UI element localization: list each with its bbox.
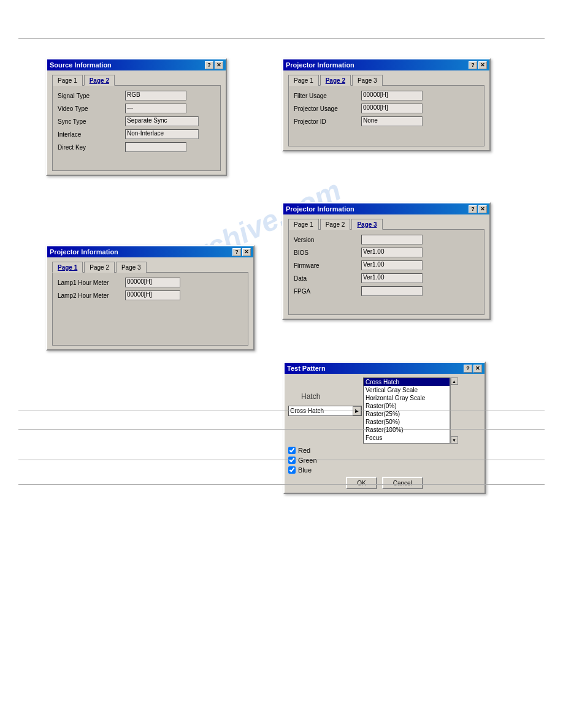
data-label: Data [294, 275, 361, 282]
green-checkbox[interactable] [288, 457, 296, 464]
direct-key-row: Direct Key [58, 142, 215, 152]
listbox-item-vertical-gray[interactable]: Vertical Gray Scale [364, 386, 450, 394]
green-label: Green [298, 457, 317, 464]
projector-info-p3-close-btn[interactable]: ✕ [478, 205, 487, 213]
video-type-value: --- [125, 104, 186, 113]
firmware-row: Firmware Ver1.00 [294, 260, 479, 270]
projector-info-p2-close-btn[interactable]: ✕ [478, 61, 487, 69]
interlace-label: Interlace [58, 131, 125, 138]
projector-info-p3-panel: Version BIOS Ver1.00 Firmware Ver1.00 Da… [288, 229, 484, 315]
projector-info-p3-title: Projector Information [286, 205, 354, 213]
projector-info-p2-help-btn[interactable]: ? [469, 61, 477, 69]
projector-id-label: Projector ID [294, 118, 361, 125]
test-pattern-close-btn[interactable]: ✕ [473, 365, 482, 373]
projector-info-p1-dialog: Projector Information ? ✕ Page 1 Page 2 … [46, 245, 255, 351]
source-info-panel: Signal Type RGB Video Type --- Sync Type… [52, 85, 221, 171]
interlace-value: Non-Interlace [125, 129, 199, 139]
listbox-item-focus[interactable]: Focus [364, 434, 450, 442]
projector-info-p2-controls: ? ✕ [469, 61, 487, 69]
filter-usage-value: 00000[H] [361, 91, 423, 100]
projector-info-p3-dialog: Projector Information ? ✕ Page 1 Page 2 … [282, 202, 491, 320]
fpga-row: FPGA [294, 286, 479, 296]
source-info-dialog: Source Information ? ✕ Page 1 Page 2 Sig… [46, 58, 227, 176]
projector-info-p3-content: Page 1 Page 2 Page 3 Version BIOS Ver1.0… [283, 214, 489, 319]
red-label: Red [298, 447, 310, 454]
fpga-value [361, 286, 423, 296]
top-divider [18, 38, 545, 39]
red-checkbox-row: Red [288, 447, 481, 454]
listbox-item-raster50[interactable]: Raster(50%) [364, 418, 450, 426]
source-info-content: Page 1 Page 2 Signal Type RGB Video Type… [47, 70, 226, 175]
projector-info-p3-controls: ? ✕ [469, 205, 487, 213]
test-pattern-title: Test Pattern [287, 365, 326, 372]
projector-info-p1-panel: Lamp1 Hour Meter 00000[H] Lamp2 Hour Met… [52, 272, 248, 346]
red-checkbox[interactable] [288, 447, 296, 454]
video-type-label: Video Type [58, 105, 125, 112]
listbox-item-horizontal-gray[interactable]: Horizontal Gray Scale [364, 394, 450, 402]
projector-info-p1-close-btn[interactable]: ✕ [242, 248, 251, 256]
data-row: Data Ver1.00 [294, 273, 479, 283]
projector-info-p2-title: Projector Information [286, 61, 354, 69]
projector-id-row: Projector ID None [294, 116, 479, 126]
listbox-item-raster0[interactable]: Raster(0%) [364, 402, 450, 410]
firmware-label: Firmware [294, 262, 361, 269]
source-info-close-btn[interactable]: ✕ [215, 61, 223, 69]
proj-p2-tab-page2[interactable]: Page 2 [320, 75, 351, 86]
projector-usage-label: Projector Usage [294, 105, 361, 112]
proj-p3-tab-page3[interactable]: Page 3 [351, 219, 382, 230]
projector-info-p1-tabs: Page 1 Page 2 Page 3 [52, 261, 248, 272]
signal-type-value: RGB [125, 91, 186, 100]
direct-key-value [125, 142, 186, 152]
proj-p3-tab-page1[interactable]: Page 1 [288, 219, 319, 230]
projector-info-p3-tabs: Page 1 Page 2 Page 3 [288, 218, 484, 229]
blue-checkbox-row: Blue [288, 466, 481, 474]
proj-p2-tab-page1[interactable]: Page 1 [288, 75, 319, 86]
source-info-tabs: Page 1 Page 2 [52, 74, 221, 85]
lamp2-hour-label: Lamp2 Hour Meter [58, 292, 125, 299]
scrollbar-down[interactable]: ▼ [451, 436, 458, 444]
source-info-tab-page1[interactable]: Page 1 [52, 75, 83, 86]
data-value: Ver1.00 [361, 273, 423, 283]
source-info-controls: ? ✕ [205, 61, 223, 69]
source-info-help-btn[interactable]: ? [205, 61, 213, 69]
projector-info-p2-titlebar: Projector Information ? ✕ [283, 59, 489, 70]
projector-info-p1-help-btn[interactable]: ? [232, 248, 241, 256]
listbox-item-cross-hatch[interactable]: Cross Hatch [364, 378, 450, 386]
source-info-titlebar: Source Information ? ✕ [47, 59, 226, 70]
proj-p1-tab-page1[interactable]: Page 1 [52, 262, 83, 273]
source-info-tab-page2[interactable]: Page 2 [84, 75, 115, 86]
proj-p1-tab-page3[interactable]: Page 3 [116, 262, 147, 273]
signal-type-label: Signal Type [58, 93, 125, 99]
green-checkbox-row: Green [288, 457, 481, 464]
projector-info-p2-dialog: Projector Information ? ✕ Page 1 Page 2 … [282, 58, 491, 151]
test-pattern-titlebar: Test Pattern ? ✕ [285, 363, 484, 374]
ok-button[interactable]: OK [346, 477, 377, 489]
scrollbar-up[interactable]: ▲ [451, 377, 458, 385]
bios-label: BIOS [294, 249, 361, 256]
blue-checkbox[interactable] [288, 466, 296, 474]
source-info-title: Source Information [50, 61, 112, 69]
projector-usage-row: Projector Usage 00000[H] [294, 104, 479, 113]
lamp1-hour-value: 00000[H] [125, 278, 180, 287]
proj-p3-tab-page2[interactable]: Page 2 [320, 219, 351, 230]
projector-info-p2-tabs: Page 1 Page 2 Page 3 [288, 74, 484, 85]
version-row: Version [294, 235, 479, 245]
divider-2 [18, 429, 545, 430]
sync-type-label: Sync Type [58, 118, 125, 125]
test-pattern-help-btn[interactable]: ? [464, 365, 472, 373]
test-pattern-dialog: Test Pattern ? ✕ Cross Hatch ▶ Cross Hat… [283, 362, 486, 494]
version-label: Version [294, 237, 361, 243]
projector-info-p2-panel: Filter Usage 00000[H] Projector Usage 00… [288, 85, 484, 146]
sync-type-row: Sync Type Separate Sync [58, 116, 215, 126]
sync-type-value: Separate Sync [125, 116, 199, 126]
divider-3 [18, 460, 545, 460]
projector-info-p1-titlebar: Projector Information ? ✕ [47, 246, 253, 257]
projector-usage-value: 00000[H] [361, 104, 423, 113]
version-value [361, 235, 423, 245]
proj-p2-tab-page3[interactable]: Page 3 [352, 75, 383, 86]
hatch-label: Hatch [301, 392, 320, 401]
projector-info-p3-help-btn[interactable]: ? [469, 205, 477, 213]
proj-p1-tab-page2[interactable]: Page 2 [84, 262, 115, 273]
cancel-button[interactable]: Cancel [382, 477, 423, 489]
listbox-item-raster100[interactable]: Raster(100%) [364, 426, 450, 434]
